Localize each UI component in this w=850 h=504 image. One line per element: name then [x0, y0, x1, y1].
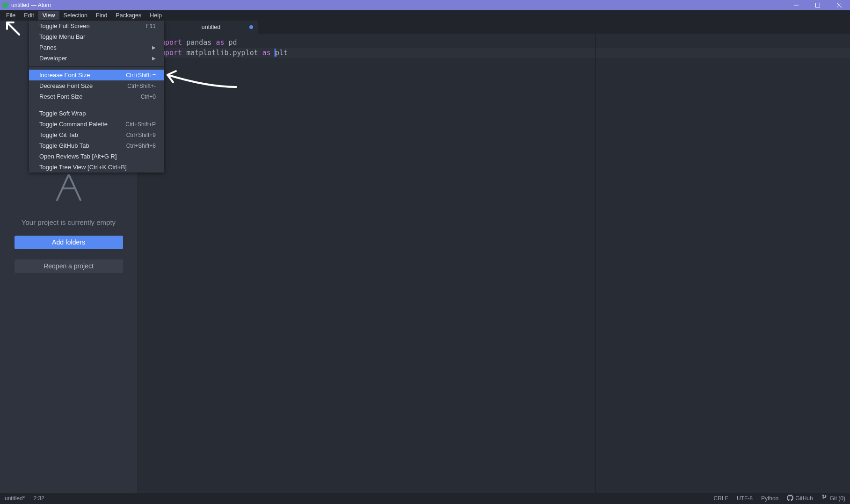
menuitem-panes[interactable]: Panes▶ [29, 42, 164, 53]
menuitem-developer[interactable]: Developer▶ [29, 53, 164, 64]
svg-line-5 [69, 174, 80, 200]
status-github[interactable]: GitHub [787, 495, 813, 503]
tab-modified-indicator-icon [249, 25, 253, 29]
github-icon [787, 495, 793, 503]
editor-pane: untitled import pandas as pd import matp… [137, 21, 850, 493]
menuitem-toggle-menu-bar[interactable]: Toggle Menu Bar [29, 31, 164, 42]
menu-bar: File Edit View Selection Find Packages H… [0, 10, 850, 21]
tab-label: untitled [202, 24, 220, 30]
editor-split-divider[interactable] [596, 34, 596, 493]
title-bar: untitled — Atom [0, 0, 850, 10]
astronaut-icon [41, 174, 97, 204]
tab-bar: untitled [137, 21, 850, 34]
menu-view[interactable]: View [38, 11, 59, 20]
add-folders-button[interactable]: Add folders [15, 236, 123, 249]
submenu-arrow-icon: ▶ [152, 56, 156, 61]
menuitem-toggle-full-screen[interactable]: Toggle Full ScreenF11 [29, 21, 164, 31]
status-cursor-position[interactable]: 2:32 [33, 495, 44, 502]
menu-separator [29, 105, 164, 105]
menuitem-toggle-github-tab[interactable]: Toggle GitHub TabCtrl+Shift+8 [29, 140, 164, 151]
view-dropdown-menu: Toggle Full ScreenF11 Toggle Menu Bar Pa… [29, 21, 164, 173]
menuitem-increase-font-size[interactable]: Increase Font SizeCtrl+Shift+= [29, 70, 164, 80]
menuitem-toggle-tree-view[interactable]: Toggle Tree View [Ctrl+K Ctrl+B] [29, 162, 164, 173]
status-language[interactable]: Python [761, 495, 778, 502]
submenu-arrow-icon: ▶ [152, 45, 156, 50]
menuitem-toggle-soft-wrap[interactable]: Toggle Soft Wrap [29, 108, 164, 119]
text-editor[interactable]: import pandas as pd import matplotlib.py… [137, 34, 850, 493]
atom-app-icon [2, 2, 8, 8]
menu-edit[interactable]: Edit [20, 11, 38, 20]
project-empty-message: Your project is currently empty [22, 218, 116, 226]
menuitem-toggle-command-palette[interactable]: Toggle Command PaletteCtrl+Shift+P [29, 119, 164, 130]
window-close-button[interactable] [828, 0, 850, 10]
menuitem-decrease-font-size[interactable]: Decrease Font SizeCtrl+Shift+- [29, 80, 164, 91]
text-cursor [275, 49, 276, 57]
client-area: Your project is currently empty Add fold… [0, 21, 850, 493]
menu-selection[interactable]: Selection [59, 11, 92, 20]
window-minimize-button[interactable] [785, 0, 807, 10]
menuitem-reset-font-size[interactable]: Reset Font SizeCtrl+0 [29, 91, 164, 102]
svg-rect-1 [816, 3, 820, 7]
menu-packages[interactable]: Packages [111, 11, 145, 20]
status-line-ending[interactable]: CRLF [714, 495, 728, 502]
svg-line-4 [57, 174, 69, 200]
status-file-name[interactable]: untitled* [5, 495, 25, 502]
menu-separator [29, 66, 164, 67]
menu-find[interactable]: Find [92, 11, 111, 20]
status-bar: untitled* 2:32 CRLF UTF-8 Python GitHub … [0, 493, 850, 504]
code-line-2: import matplotlib.pyplot as plt [157, 48, 288, 58]
status-git[interactable]: Git (0) [821, 495, 845, 503]
menuitem-open-reviews-tab[interactable]: Open Reviews Tab [Alt+G R] [29, 151, 164, 162]
status-encoding[interactable]: UTF-8 [737, 495, 753, 502]
git-branch-icon [821, 495, 828, 503]
tab-untitled[interactable]: untitled [164, 21, 258, 34]
menu-help[interactable]: Help [145, 11, 166, 20]
window-title: untitled — Atom [11, 2, 51, 8]
menuitem-toggle-git-tab[interactable]: Toggle Git TabCtrl+Shift+9 [29, 130, 164, 140]
window-maximize-button[interactable] [807, 0, 828, 10]
menu-file[interactable]: File [2, 11, 20, 20]
code-line-1: import pandas as pd [157, 37, 237, 48]
reopen-project-button[interactable]: Reopen a project [15, 259, 123, 273]
